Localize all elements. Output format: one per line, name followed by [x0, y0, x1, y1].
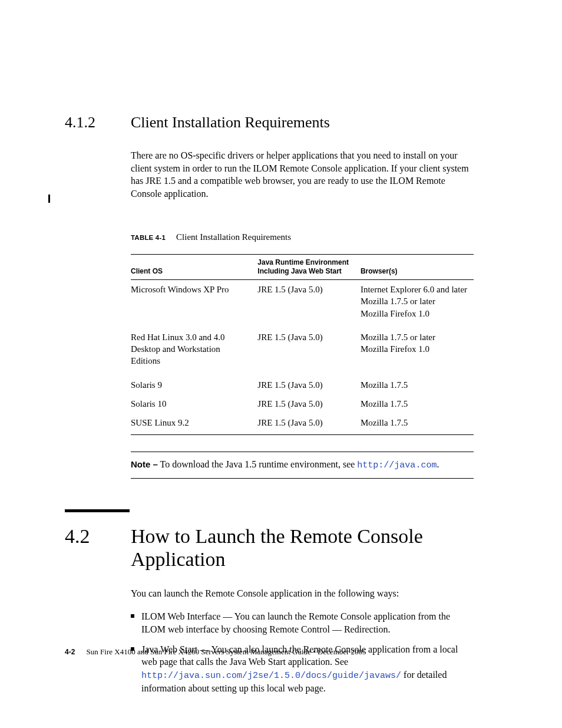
- page-footer: 4-2 Sun Fire X4100 and Sun Fire X4200 Se…: [65, 647, 366, 657]
- footer-text: Sun Fire X4100 and Sun Fire X4200 Server…: [87, 647, 366, 656]
- section-title: How to Launch the Remote Console Applica…: [131, 525, 474, 571]
- section-42-intro: You can launch the Remote Console applic…: [131, 587, 474, 600]
- table-caption-label: TABLE 4-1: [131, 234, 166, 241]
- table-row: Red Hat Linux 3.0 and 4.0 Desktop and Wo…: [131, 323, 474, 371]
- section-412-header: 4.1.2 Client Installation Requirements: [65, 112, 474, 133]
- section-number: 4.2: [65, 523, 131, 550]
- note-block: Note – To download the Java 1.5 runtime …: [131, 452, 474, 478]
- section-title: Client Installation Requirements: [131, 112, 330, 133]
- th-client-os: Client OS: [131, 255, 257, 280]
- table-caption-text: Client Installation Requirements: [176, 232, 291, 242]
- table-row: Solaris 10 JRE 1.5 (Java 5.0) Mozilla 1.…: [131, 394, 474, 413]
- section-divider: [65, 509, 130, 512]
- javaws-link[interactable]: http://java.sun.com/j2se/1.5.0/docs/guid…: [141, 671, 401, 681]
- page-number: 4-2: [65, 648, 75, 656]
- section-number: 4.1.2: [65, 112, 131, 133]
- change-bar: [48, 195, 50, 203]
- requirements-table: Client OS Java Runtime Environment Inclu…: [131, 254, 474, 435]
- th-jre: Java Runtime Environment Including Java …: [257, 255, 361, 280]
- table-row: Microsoft Windows XP Pro JRE 1.5 (Java 5…: [131, 280, 474, 323]
- th-browsers: Browser(s): [361, 255, 474, 280]
- note-label: Note –: [131, 459, 158, 469]
- table-caption: TABLE 4-1 Client Installation Requiremen…: [131, 230, 474, 243]
- list-item: ILOM Web Interface — You can launch the …: [131, 610, 474, 635]
- section-412-paragraph: There are no OS-specific drivers or help…: [131, 149, 474, 200]
- table-row: SUSE Linux 9.2 JRE 1.5 (Java 5.0) Mozill…: [131, 413, 474, 435]
- note-text: To download the Java 1.5 runtime environ…: [158, 459, 358, 469]
- table-row: Solaris 9 JRE 1.5 (Java 5.0) Mozilla 1.7…: [131, 371, 474, 394]
- table-4-1: TABLE 4-1 Client Installation Requiremen…: [131, 230, 474, 435]
- note-link[interactable]: http://java.com: [357, 460, 437, 470]
- section-42-header: 4.2 How to Launch the Remote Console App…: [65, 523, 474, 571]
